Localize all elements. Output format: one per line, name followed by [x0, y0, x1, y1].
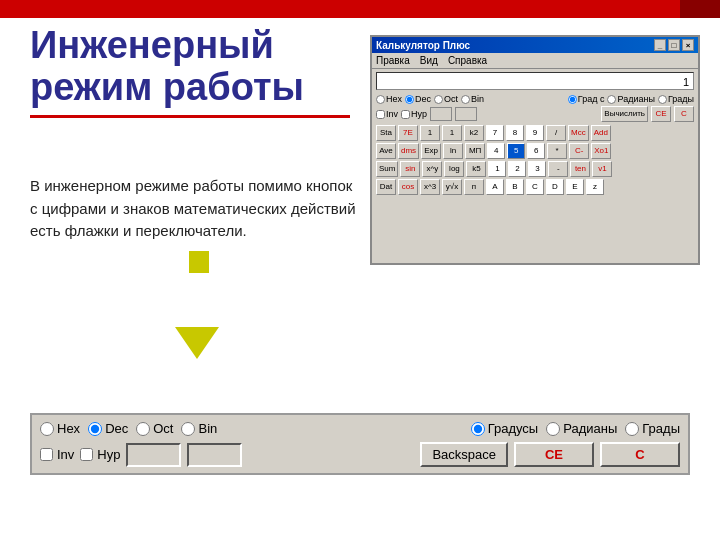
div-btn[interactable]: /: [546, 125, 566, 141]
calc-menubar: Правка Вид Справка: [372, 53, 698, 69]
title-underline: [30, 115, 350, 118]
arrow-stem: [189, 251, 209, 273]
s2-btn[interactable]: 1: [442, 125, 462, 141]
v1-btn[interactable]: v1: [592, 161, 612, 177]
dat-btn[interactable]: Dat: [376, 179, 396, 195]
body-text: В инженерном режиме работы помимо кнопок…: [30, 175, 360, 243]
minimize-button[interactable]: _: [654, 39, 666, 51]
radio-degrees-input[interactable]: [471, 422, 485, 436]
sE-btn[interactable]: E: [566, 179, 584, 195]
radio-degrees[interactable]: Градусы: [471, 421, 539, 436]
c-btn-small[interactable]: C: [674, 106, 694, 122]
calc-row-2: Ave dms Exp ln МП 4 5 6 * C- Xо1: [376, 143, 694, 159]
check-hyp-label: Hyp: [97, 447, 120, 462]
radio-hex-small[interactable]: Hex: [376, 94, 402, 104]
xo1-btn[interactable]: Xо1: [591, 143, 611, 159]
calc-title-label: Калькулятор Плюс: [376, 40, 654, 51]
s5-btn[interactable]: 5: [507, 143, 525, 159]
check-hyp-input[interactable]: [80, 448, 93, 461]
pi-btn[interactable]: п: [464, 179, 484, 195]
check-inv-small[interactable]: Inv: [376, 109, 398, 119]
radio-bin-label: Bin: [198, 421, 217, 436]
s7-btn[interactable]: 7: [486, 125, 504, 141]
ln-btn[interactable]: ln: [443, 143, 463, 159]
sin-btn[interactable]: sin: [400, 161, 420, 177]
title-area: Инженерный режим работы: [30, 25, 370, 118]
radio-oct[interactable]: Oct: [136, 421, 173, 436]
check-hyp[interactable]: Hyp: [80, 447, 120, 462]
radio-oct-label: Oct: [153, 421, 173, 436]
sF-btn[interactable]: z: [586, 179, 604, 195]
radio-oct-input[interactable]: [136, 422, 150, 436]
check-inv-label: Inv: [57, 447, 74, 462]
s1-btn[interactable]: 1: [420, 125, 440, 141]
radio-hex[interactable]: Hex: [40, 421, 80, 436]
sub-btn[interactable]: -: [548, 161, 568, 177]
calc-display: 1: [376, 72, 694, 90]
ave-btn[interactable]: Ave: [376, 143, 396, 159]
calc-row-4: Dat cos x^3 y√x п A B C D E z: [376, 179, 694, 195]
sA-btn[interactable]: A: [486, 179, 504, 195]
mul-btn[interactable]: *: [547, 143, 567, 159]
radio-bin[interactable]: Bin: [181, 421, 217, 436]
radio-dec[interactable]: Dec: [88, 421, 128, 436]
s8-btn[interactable]: 8: [506, 125, 524, 141]
dms-btn[interactable]: dms: [398, 143, 419, 159]
sB-btn[interactable]: B: [506, 179, 524, 195]
mp-btn[interactable]: МП: [465, 143, 485, 159]
arrow-container: [175, 305, 219, 359]
radio-grad-small[interactable]: Град с: [568, 94, 605, 104]
c-button[interactable]: C: [600, 442, 680, 467]
sD-btn[interactable]: D: [546, 179, 564, 195]
sum-btn[interactable]: Sum: [376, 161, 398, 177]
radio-rad-small[interactable]: Радианы: [607, 94, 654, 104]
backspace-btn-small[interactable]: Вычислить: [601, 106, 648, 122]
s4-btn[interactable]: 4: [487, 143, 505, 159]
check-inv-input[interactable]: [40, 448, 53, 461]
menu-item-help[interactable]: Справка: [448, 55, 487, 66]
radio-grads-label: Грады: [642, 421, 680, 436]
radio-bin-input[interactable]: [181, 422, 195, 436]
radio-grady-small[interactable]: Грады: [658, 94, 694, 104]
log-btn[interactable]: log: [444, 161, 464, 177]
xy-btn[interactable]: x^y: [422, 161, 442, 177]
k2-btn[interactable]: k2: [464, 125, 484, 141]
ce-btn-small[interactable]: CE: [651, 106, 671, 122]
s3n-btn[interactable]: 3: [528, 161, 546, 177]
backspace-button[interactable]: Backspace: [420, 442, 508, 467]
display-box-2: [187, 443, 242, 467]
close-button[interactable]: ×: [682, 39, 694, 51]
menu-item-edit[interactable]: Правка: [376, 55, 410, 66]
exp-btn[interactable]: Exp: [421, 143, 441, 159]
ten-btn[interactable]: ten: [570, 161, 590, 177]
radio-grads[interactable]: Грады: [625, 421, 680, 436]
sta-btn[interactable]: Sta: [376, 125, 396, 141]
toolbar-row-1: Hex Dec Oct Bin Градусы: [40, 421, 680, 436]
radio-grads-input[interactable]: [625, 422, 639, 436]
s9-btn[interactable]: 9: [526, 125, 544, 141]
x3-btn[interactable]: x^3: [420, 179, 440, 195]
s2n-btn[interactable]: 2: [508, 161, 526, 177]
radio-oct-small[interactable]: Oct: [434, 94, 458, 104]
radio-hex-input[interactable]: [40, 422, 54, 436]
check-hyp-small[interactable]: Hyp: [401, 109, 427, 119]
mcc-btn[interactable]: Мсс: [568, 125, 589, 141]
c-mem-btn[interactable]: C-: [569, 143, 589, 159]
check-inv[interactable]: Inv: [40, 447, 74, 462]
cos-btn[interactable]: cos: [398, 179, 418, 195]
s6-btn[interactable]: 6: [527, 143, 545, 159]
sC-btn[interactable]: C: [526, 179, 544, 195]
s1n-btn[interactable]: 1: [488, 161, 506, 177]
menu-item-view[interactable]: Вид: [420, 55, 438, 66]
maximize-button[interactable]: □: [668, 39, 680, 51]
radio-radians-input[interactable]: [546, 422, 560, 436]
radio-dec-input[interactable]: [88, 422, 102, 436]
radio-dec-small[interactable]: Dec: [405, 94, 431, 104]
radio-radians[interactable]: Радианы: [546, 421, 617, 436]
7e-btn[interactable]: 7E: [398, 125, 418, 141]
add-btn[interactable]: Add: [591, 125, 611, 141]
ce-button[interactable]: CE: [514, 442, 594, 467]
yx-btn[interactable]: y√x: [442, 179, 462, 195]
k5-btn[interactable]: k5: [466, 161, 486, 177]
radio-bin-small[interactable]: Bin: [461, 94, 484, 104]
